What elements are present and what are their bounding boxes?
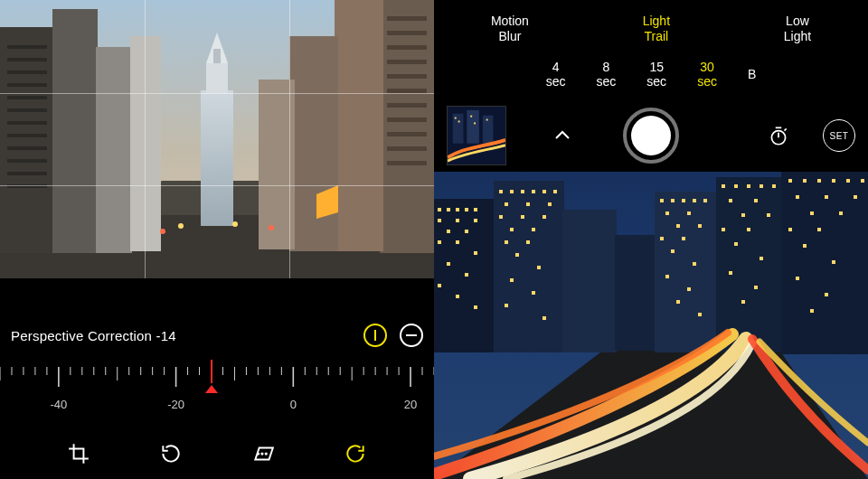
svg-rect-163 — [698, 313, 702, 316]
svg-rect-144 — [532, 291, 535, 295]
svg-rect-6 — [130, 36, 161, 251]
svg-rect-174 — [747, 228, 750, 231]
grid-line — [289, 0, 290, 278]
svg-rect-175 — [734, 242, 738, 246]
self-timer-button[interactable] — [767, 124, 790, 147]
info-button[interactable] — [363, 324, 387, 347]
svg-rect-173 — [722, 228, 725, 231]
edit-viewport[interactable] — [0, 0, 434, 278]
svg-rect-191 — [788, 228, 792, 231]
svg-rect-152 — [665, 211, 669, 215]
photo-editor-panel: Perspective Correction -14 -40-20020 — [0, 0, 434, 479]
svg-point-40 — [269, 225, 274, 230]
svg-rect-160 — [665, 275, 669, 278]
mode-motion-blur[interactable]: Motion Blur — [491, 14, 529, 43]
svg-rect-171 — [741, 213, 745, 217]
slider-header: Perspective Correction -14 — [0, 316, 434, 354]
svg-rect-176 — [760, 257, 763, 260]
perspective-slider[interactable]: -40-20020 — [0, 354, 434, 428]
svg-rect-167 — [760, 184, 763, 188]
time-8sec[interactable]: 8 sec — [597, 60, 617, 89]
mode-selector: Motion Blur Light Trail Low Light — [434, 0, 868, 49]
undo-icon — [344, 442, 367, 465]
svg-rect-162 — [676, 300, 680, 304]
svg-rect-177 — [729, 271, 732, 275]
svg-rect-111 — [474, 208, 477, 211]
svg-rect-26 — [387, 60, 427, 64]
svg-rect-27 — [387, 74, 427, 79]
svg-rect-13 — [7, 121, 47, 125]
svg-rect-151 — [703, 199, 707, 202]
svg-rect-187 — [825, 195, 828, 199]
time-unit: sec — [697, 74, 717, 89]
svg-rect-106 — [781, 172, 868, 354]
svg-rect-133 — [548, 202, 552, 206]
svg-rect-121 — [465, 273, 468, 277]
reset-button[interactable] — [342, 440, 369, 467]
time-15sec[interactable]: 15 sec — [646, 60, 666, 89]
svg-rect-8 — [7, 58, 47, 61]
svg-rect-12 — [7, 108, 47, 112]
svg-rect-125 — [499, 190, 503, 193]
time-30sec[interactable]: 30 sec — [697, 60, 717, 89]
svg-rect-161 — [687, 287, 691, 291]
svg-rect-146 — [542, 316, 546, 320]
svg-rect-91 — [483, 116, 494, 144]
svg-rect-170 — [754, 199, 758, 202]
crop-button[interactable] — [65, 440, 92, 467]
svg-rect-33 — [387, 161, 427, 165]
edited-photo — [0, 0, 434, 278]
svg-rect-164 — [722, 184, 725, 188]
time-unit: sec — [597, 74, 617, 89]
rotate-icon — [159, 442, 183, 465]
last-photo-thumbnail[interactable] — [447, 106, 506, 165]
svg-rect-154 — [676, 224, 680, 228]
slider-needle — [211, 360, 212, 383]
svg-text:-20: -20 — [167, 398, 184, 411]
svg-rect-140 — [526, 240, 530, 244]
svg-rect-92 — [455, 117, 457, 119]
rotate-button[interactable] — [157, 440, 184, 467]
svg-rect-169 — [729, 199, 732, 202]
live-preview[interactable] — [434, 172, 868, 479]
svg-rect-104 — [655, 192, 718, 352]
svg-rect-93 — [458, 121, 460, 123]
time-unit: sec — [546, 74, 566, 89]
svg-rect-17 — [7, 172, 47, 175]
svg-rect-16 — [7, 159, 47, 163]
spacer — [0, 278, 434, 316]
collapse-button[interactable] — [400, 324, 423, 347]
svg-rect-129 — [542, 190, 546, 193]
time-value: 4 — [546, 60, 566, 74]
svg-rect-130 — [553, 190, 557, 193]
svg-rect-179 — [741, 300, 745, 304]
svg-rect-31 — [387, 132, 427, 136]
settings-button[interactable]: SET — [823, 119, 855, 152]
svg-point-39 — [232, 221, 238, 227]
chevron-up-icon[interactable] — [552, 125, 573, 146]
svg-rect-150 — [693, 199, 696, 202]
time-4sec[interactable]: 4 sec — [546, 60, 566, 89]
set-label: SET — [830, 131, 849, 141]
mode-low-light[interactable]: Low Light — [784, 14, 811, 43]
svg-rect-166 — [747, 184, 750, 188]
skew-button[interactable] — [250, 440, 277, 467]
svg-rect-11 — [7, 96, 47, 99]
svg-text:0: 0 — [290, 398, 297, 411]
svg-rect-181 — [803, 179, 807, 183]
shutter-button[interactable] — [623, 108, 679, 164]
time-bulb[interactable]: B — [748, 67, 756, 81]
svg-rect-147 — [660, 199, 664, 202]
svg-rect-136 — [542, 215, 546, 219]
svg-rect-143 — [510, 278, 514, 282]
edit-toolbar — [0, 428, 434, 479]
svg-rect-115 — [447, 230, 450, 233]
svg-rect-192 — [817, 228, 821, 231]
svg-rect-25 — [387, 45, 427, 50]
svg-rect-194 — [832, 260, 835, 264]
svg-rect-29 — [387, 103, 427, 108]
svg-rect-112 — [438, 219, 441, 222]
mode-light-trail[interactable]: Light Trail — [643, 14, 670, 43]
svg-rect-165 — [734, 184, 738, 188]
svg-rect-101 — [494, 181, 564, 352]
